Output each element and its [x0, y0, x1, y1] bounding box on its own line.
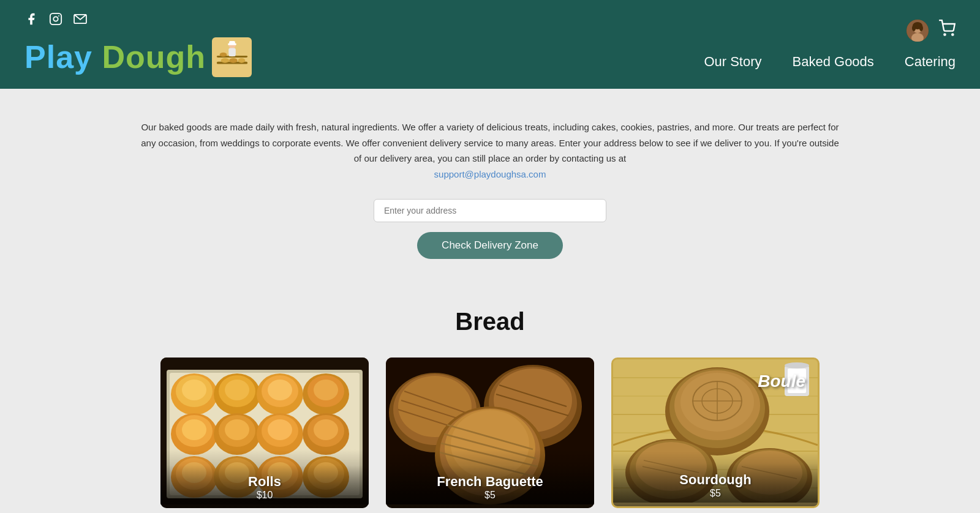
svg-point-46: [268, 419, 292, 440]
logo-area: Play Dough: [24, 37, 252, 77]
svg-rect-12: [228, 48, 236, 57]
svg-point-31: [225, 380, 249, 400]
svg-point-9: [219, 53, 227, 57]
nav-baked-goods[interactable]: Baked Goods: [793, 54, 874, 70]
svg-point-1: [53, 17, 58, 21]
delivery-check-section: Check Delivery Zone: [141, 199, 839, 259]
svg-point-28: [182, 380, 206, 400]
baguette-price: $5: [396, 490, 584, 501]
logo-play: Play: [24, 39, 92, 75]
svg-point-49: [314, 419, 338, 440]
svg-rect-14: [228, 43, 236, 45]
top-icons: [907, 20, 956, 42]
svg-point-7: [229, 58, 238, 63]
svg-rect-0: [50, 13, 61, 24]
bread-section: Bread: [123, 296, 858, 513]
baguette-name: French Baguette: [396, 474, 584, 490]
email-link[interactable]: [74, 13, 87, 28]
sourdough-overlay: Sourdough $5: [613, 463, 818, 506]
svg-point-8: [238, 58, 245, 63]
logo-dough: Dough: [102, 39, 206, 75]
main-content: Our baked goods are made daily with fres…: [0, 89, 980, 513]
svg-point-22: [952, 34, 953, 35]
svg-point-6: [221, 58, 229, 63]
description-text: Our baked goods are made daily with fres…: [141, 119, 839, 182]
user-avatar[interactable]: [907, 20, 929, 42]
social-icons: [24, 12, 252, 29]
product-card-sourdough[interactable]: Boule Sourdough $5: [611, 358, 820, 508]
svg-point-37: [314, 380, 338, 400]
section-title: Bread: [147, 308, 833, 335]
site-header: Play Dough: [0, 0, 980, 89]
svg-point-20: [919, 25, 923, 31]
svg-point-19: [912, 25, 916, 31]
header-left: Play Dough: [24, 12, 252, 77]
products-grid: Rolls $10: [147, 358, 833, 508]
svg-point-2: [58, 15, 59, 17]
rolls-price: $10: [170, 490, 359, 501]
svg-point-43: [225, 419, 249, 440]
rolls-overlay: Rolls $10: [160, 465, 369, 508]
product-card-baguette[interactable]: French Baguette $5: [386, 358, 594, 508]
boule-badge: Boule: [758, 372, 805, 391]
svg-point-111: [785, 362, 809, 369]
facebook-link[interactable]: [24, 12, 38, 29]
description-section: Our baked goods are made daily with fres…: [92, 89, 888, 296]
check-delivery-button[interactable]: Check Delivery Zone: [417, 232, 563, 259]
sourdough-price: $5: [623, 488, 808, 499]
product-card-rolls[interactable]: Rolls $10: [160, 358, 369, 508]
logo-text: Play Dough: [24, 39, 206, 75]
baguette-overlay: French Baguette $5: [386, 465, 594, 508]
support-email-link[interactable]: support@playdoughsa.com: [434, 169, 546, 179]
sourdough-name: Sourdough: [623, 472, 808, 488]
instagram-link[interactable]: [49, 12, 62, 29]
svg-point-34: [268, 380, 292, 400]
main-nav: Our Story Baked Goods Catering: [704, 54, 956, 70]
cart-icon[interactable]: [938, 20, 956, 41]
address-input[interactable]: [374, 199, 606, 222]
logo-icon: [212, 37, 252, 77]
header-right: Our Story Baked Goods Catering: [704, 20, 956, 70]
svg-point-21: [944, 34, 945, 35]
svg-point-40: [182, 419, 206, 440]
nav-catering[interactable]: Catering: [905, 54, 956, 70]
rolls-name: Rolls: [170, 474, 359, 490]
nav-our-story[interactable]: Our Story: [704, 54, 761, 70]
